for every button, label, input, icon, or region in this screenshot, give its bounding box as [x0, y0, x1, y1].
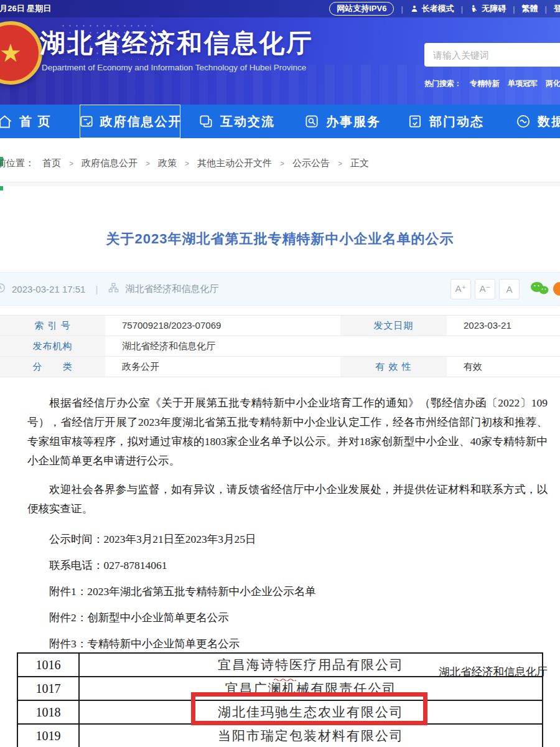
company-number: 1018 — [17, 700, 79, 724]
date-text: 3月26日 星期日 — [0, 3, 51, 14]
breadcrumb-item[interactable]: 政府信息公开 — [82, 157, 138, 169]
topbar-divider: | — [545, 4, 547, 14]
attachment-1-link[interactable]: 附件1：2023年湖北省第五批专精特新中小企业公示名单 — [27, 586, 548, 598]
company-number: 1019 — [17, 724, 79, 747]
company-name: 宜昌海诗特医疗用品有限公司 — [79, 653, 543, 677]
meta-divider: | — [95, 284, 98, 294]
hot-search-row: 热门搜索： 专精特新 单项冠军 两化融合 小巨人 — [424, 78, 560, 89]
section-divider — [0, 182, 560, 186]
data-wave-icon — [515, 113, 531, 129]
breadcrumb-item[interactable]: 首页 — [42, 157, 61, 169]
nav-item-gov-info[interactable]: 政府信息公开 — [80, 105, 180, 138]
nav-item-services[interactable]: 办事服务 — [304, 105, 381, 138]
elder-mode-link[interactable]: 长者模式 — [410, 3, 454, 14]
font-larger-button[interactable]: A⁺ — [450, 279, 471, 299]
breadcrumb-item[interactable]: 正文 — [350, 157, 369, 169]
search-input[interactable] — [424, 43, 560, 67]
topbar-divider: | — [461, 4, 463, 14]
ipv6-badge: 网站支持IPV6 — [329, 2, 394, 16]
breadcrumb-separator: > — [146, 159, 150, 168]
hot-keyword[interactable]: 两化融合 — [546, 78, 560, 89]
company-number: 1017 — [17, 677, 79, 700]
breadcrumb-separator: > — [280, 159, 284, 168]
weibo-share-icon[interactable] — [553, 282, 560, 296]
index-label: 索 引 号 — [0, 316, 106, 336]
nav-item-data[interactable]: 数据发布 — [515, 105, 560, 138]
publicity-period-line: 公示时间：2023年3月21日至2023年3月25日 — [27, 533, 548, 545]
hot-keyword[interactable]: 单项冠军 — [508, 78, 538, 89]
doc-check-icon — [407, 113, 423, 129]
breadcrumb-separator: > — [338, 159, 342, 168]
attachment-2-link[interactable]: 附件2：创新型中小企业简单更名公示 — [27, 612, 548, 624]
org-label: 发布机构 — [0, 336, 106, 357]
pubdate-label: 发文日期 — [340, 316, 447, 336]
index-value: 757009218/2023-07069 — [106, 316, 340, 336]
breadcrumb-separator: > — [69, 159, 73, 168]
accessibility-link[interactable]: 无障碍 — [470, 3, 506, 14]
clock-icon — [0, 282, 6, 296]
company-number: 1016 — [17, 653, 79, 677]
breadcrumb-separator: > — [185, 159, 189, 168]
org-icon — [108, 282, 119, 296]
document-info-table: 索 引 号 757009218/2023-07069 发文日期 2023-03-… — [0, 315, 560, 377]
person-icon — [410, 4, 419, 13]
article-title: 关于2023年湖北省第五批专精特新中小企业名单的公示 — [0, 230, 560, 248]
contact-phone-line: 联系电话：027-87814061 — [27, 560, 548, 571]
breadcrumb: 当前位置： 首页 > 政府信息公开 > 政策 > 其他主动公开文件 > 公示公告… — [0, 157, 369, 169]
breadcrumb-label: 当前位置： — [0, 157, 34, 169]
org-value: 湖北省经济和信息化厅 — [106, 336, 560, 357]
main-nav: 首 页 政府信息公开 互动交流 办事服务 部门动态 数据发布 — [0, 105, 560, 138]
category-value: 政务公开 — [106, 357, 340, 377]
nav-item-interaction[interactable]: 互动交流 — [198, 105, 275, 138]
article-meta-bar: 2023-03-21 17:51 | 湖北省经济和信息化厅 A⁺ A⁻ A — [0, 272, 560, 306]
validity-label: 有 效 性 — [340, 357, 447, 377]
topbar-divider: | — [513, 4, 515, 14]
table-row: 1019 当阳市瑞定包装材料有限公司 — [17, 724, 543, 747]
breadcrumb-item[interactable]: 政策 — [158, 157, 177, 169]
pubdate-value: 2023-03-21 — [447, 316, 560, 336]
spellcheck-squiggle — [274, 672, 297, 684]
breadcrumb-item[interactable]: 公示公告 — [292, 157, 330, 169]
traditional-chinese-link[interactable]: 繁體 — [522, 3, 538, 14]
magnifier-icon — [304, 113, 320, 129]
attachment-3-link[interactable]: 附件3：专精特新中小企业简单更名公示 — [27, 638, 548, 650]
font-smaller-button[interactable]: A⁻ — [475, 279, 495, 299]
wechat-share-icon[interactable] — [530, 281, 549, 298]
site-subtitle-english: Department of Economy and Information Te… — [42, 63, 306, 72]
category-label: 分 类 — [0, 357, 106, 377]
accessibility-icon — [470, 4, 478, 13]
topbar-divider: | — [401, 4, 403, 14]
breadcrumb-item[interactable]: 其他主动公开文件 — [197, 157, 272, 169]
gov-info-icon — [78, 113, 95, 129]
font-normal-button[interactable]: A — [499, 279, 520, 299]
validity-value: 有效 — [447, 357, 560, 377]
nav-item-home[interactable]: 首 页 — [0, 105, 52, 138]
company-name: 当阳市瑞定包装材料有限公司 — [79, 724, 543, 747]
paragraph: 欢迎社会各界参与监督，如有异议，请反馈省经信厅中小企业发展处，并提供佐证材料和联… — [27, 480, 548, 519]
chat-bubbles-icon — [198, 113, 214, 129]
article-body: 根据省经信厅办公室《关于开展第五批专精特新中小企业培育工作的通知》（鄂经信办函〔… — [27, 393, 548, 679]
home-icon — [0, 113, 13, 130]
hot-search-label: 热门搜索： — [424, 78, 462, 89]
top-utility-bar: 3月26日 星期日 网站支持IPV6 | 长者模式 | 无障碍 | 繁體 | 登… — [0, 0, 560, 17]
hot-keyword[interactable]: 专精特新 — [470, 78, 500, 89]
nav-item-dept-news[interactable]: 部门动态 — [407, 105, 484, 138]
site-title: 湖北省经济和信息化厅 — [40, 26, 314, 60]
highlight-annotation-box — [191, 692, 427, 725]
paragraph: 根据省经信厅办公室《关于开展第五批专精特新中小企业培育工作的通知》（鄂经信办函〔… — [27, 393, 548, 471]
login-link[interactable]: 登录 — [554, 3, 560, 14]
publish-datetime: 2023-03-21 17:51 — [12, 284, 85, 294]
publish-source: 湖北省经济和信息化厅 — [125, 283, 218, 295]
header-banner: 3月26日 星期日 网站支持IPV6 | 长者模式 | 无障碍 | 繁體 | 登… — [0, 0, 560, 105]
